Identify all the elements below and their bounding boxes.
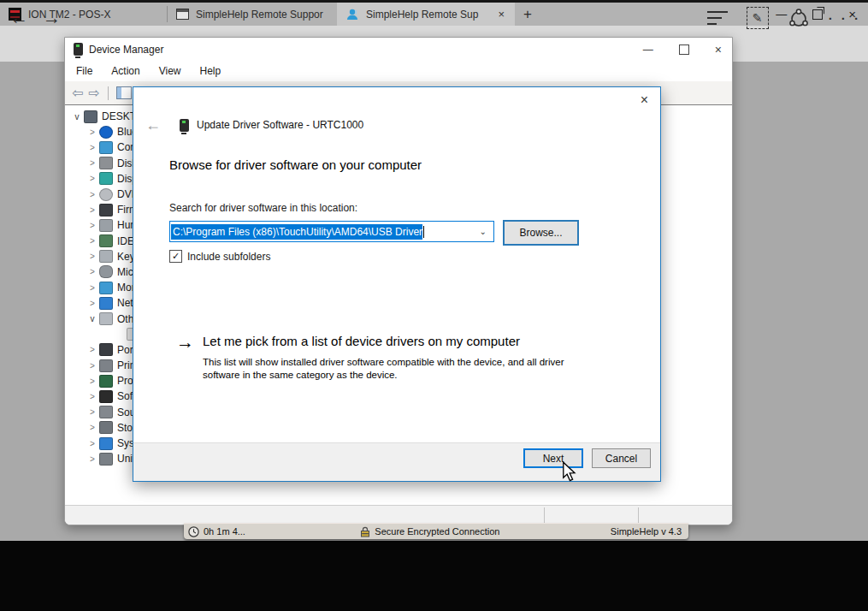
dialog-title: Update Driver Software - URTC1000 [197, 119, 363, 131]
chevron-collapsed-icon[interactable]: > [87, 158, 97, 168]
chevron-collapsed-icon[interactable]: > [87, 190, 97, 199]
cancel-button[interactable]: Cancel [592, 448, 651, 468]
chevron-collapsed-icon[interactable]: > [87, 267, 97, 276]
simplehelp-person-icon [345, 8, 359, 21]
chevron-collapsed-icon[interactable]: > [87, 439, 97, 448]
device-manager-titlebar[interactable]: Device Manager [65, 38, 732, 61]
subfolders-label: Include subfolders [187, 251, 270, 263]
software-icon [99, 390, 113, 403]
connection-status: Secure Encrypted Connection [375, 526, 499, 537]
chevron-collapsed-icon[interactable]: > [87, 174, 97, 183]
device-manager-window-controls: — × [643, 43, 722, 56]
chevron-expanded-icon[interactable]: v [72, 112, 82, 122]
usb-icon [99, 453, 113, 466]
chevron-collapsed-icon[interactable]: > [87, 283, 97, 293]
dialog-close-icon[interactable]: × [641, 92, 648, 108]
chevron-collapsed-icon[interactable]: > [87, 205, 97, 215]
printer-icon [99, 359, 113, 372]
toolbar-back-icon[interactable]: ⇦ [72, 85, 83, 101]
display-icon [99, 172, 113, 185]
chevron-collapsed-icon[interactable]: > [87, 392, 97, 401]
tab-close-icon[interactable]: × [496, 8, 506, 21]
let-me-pick-link[interactable]: → Let me pick from a list of device driv… [176, 334, 520, 351]
other-icon [99, 312, 113, 325]
mouse-icon [99, 265, 113, 278]
maximize-button[interactable] [679, 44, 689, 55]
sound-icon [99, 406, 113, 418]
chevron-collapsed-icon[interactable]: > [87, 221, 97, 230]
dialog-header: ← Update Driver Software - URTC1000 [133, 111, 660, 139]
search-location-label: Search for driver software in this locat… [169, 202, 357, 214]
update-driver-dialog: × ← Update Driver Software - URTC1000 Br… [133, 86, 661, 482]
tab-label: SimpleHelp Remote Suppor [196, 9, 323, 21]
monitor-icon [99, 141, 113, 154]
ide-icon [99, 234, 113, 247]
tab-simplehelp-1[interactable]: SimpleHelp Remote Suppor [168, 3, 337, 26]
let-me-pick-description: This list will show installed driver sof… [203, 356, 596, 382]
forward-arrow-icon[interactable]: → [43, 8, 61, 28]
let-me-pick-title: Let me pick from a list of device driver… [203, 334, 520, 351]
chevron-collapsed-icon[interactable]: > [87, 345, 97, 354]
session-time: 0h 1m 4... [204, 526, 245, 537]
chevron-collapsed-icon[interactable]: > [87, 236, 97, 246]
dialog-footer: Next Cancel [133, 442, 660, 481]
chevron-collapsed-icon[interactable]: > [87, 423, 97, 432]
driver-device-icon [180, 119, 189, 132]
back-arrow-icon[interactable]: ← [10, 8, 28, 28]
include-subfolders-row[interactable]: ✓ Include subfolders [169, 250, 270, 263]
network-icon [99, 297, 113, 310]
menu-help[interactable]: Help [200, 65, 221, 77]
chevron-down-icon[interactable]: ⌄ [480, 227, 493, 236]
driver-path-combobox[interactable]: C:\Program Files (x86)\TouchUtility\AMD6… [169, 221, 494, 242]
lock-icon [360, 526, 370, 537]
pen-glyph: ✎ [753, 11, 763, 25]
chevron-collapsed-icon[interactable]: > [87, 299, 97, 308]
statusbar-separator [638, 507, 639, 523]
chevron-collapsed-icon[interactable]: > [87, 128, 97, 137]
driver-path-value: C:\Program Files (x86)\TouchUtility\AMD6… [171, 224, 422, 240]
minimize-button[interactable]: — [643, 44, 653, 56]
statusbar-separator [544, 507, 545, 523]
cpu-icon [99, 375, 113, 388]
toolbar-separator [108, 86, 109, 100]
device-manager-statusbar [65, 505, 732, 525]
device-manager-menubar: File Action View Help [65, 61, 733, 81]
text-caret [423, 226, 424, 238]
chevron-collapsed-icon[interactable]: > [87, 454, 97, 464]
disk-icon [99, 157, 113, 169]
annotate-pen-icon[interactable]: ✎ [747, 7, 769, 29]
dialog-heading: Browse for driver software on your compu… [169, 157, 422, 172]
chevron-collapsed-icon[interactable]: > [87, 143, 97, 152]
simplehelp-toolbar-icons: ✎ · · · [707, 7, 861, 29]
chevron-collapsed-icon[interactable]: > [87, 377, 97, 386]
browse-button[interactable]: Browse... [503, 220, 579, 246]
menu-view[interactable]: View [159, 65, 181, 77]
menu-lines-icon[interactable] [707, 11, 728, 25]
chevron-collapsed-icon[interactable]: > [87, 361, 97, 371]
tab-simplehelp-2-active[interactable]: SimpleHelp Remote Sup × [337, 3, 515, 26]
show-panel-icon[interactable] [116, 86, 132, 99]
more-options-icon[interactable]: · · · [829, 11, 861, 26]
clock-icon [188, 526, 199, 537]
share-session-icon[interactable] [788, 7, 810, 29]
arrow-right-icon: → [176, 334, 194, 351]
subfolders-checkbox[interactable]: ✓ [169, 250, 182, 263]
computer-icon [84, 110, 97, 123]
tab-label: SimpleHelp Remote Sup [366, 9, 478, 21]
chevron-collapsed-icon[interactable]: > [87, 407, 97, 417]
menu-file[interactable]: File [76, 65, 92, 77]
new-tab-button[interactable]: + [515, 3, 540, 26]
dialog-back-arrow-icon[interactable]: ← [145, 116, 161, 134]
close-button[interactable]: × [715, 43, 722, 56]
device-manager-icon [74, 43, 83, 56]
menu-action[interactable]: Action [111, 65, 139, 77]
dvd-icon [99, 188, 113, 201]
hid-icon [99, 219, 113, 232]
mouse-cursor [560, 461, 579, 482]
toolbar-forward-icon[interactable]: ⇨ [88, 85, 99, 101]
chevron-expanded-icon[interactable]: v [87, 314, 97, 323]
keyboard-icon [99, 250, 113, 263]
monitors-icon [99, 282, 113, 294]
chevron-collapsed-icon[interactable]: > [87, 252, 97, 261]
ports-icon [99, 343, 113, 356]
